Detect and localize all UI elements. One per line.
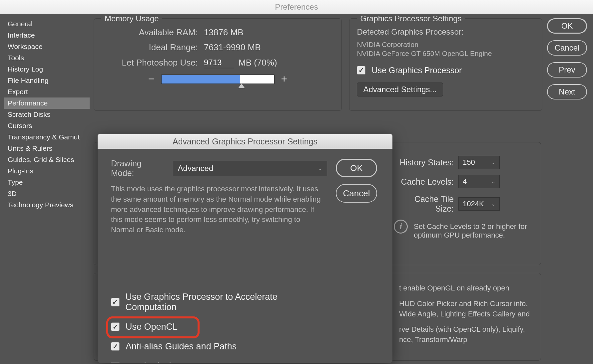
sidebar-item-workspace[interactable]: Workspace xyxy=(4,41,90,52)
sidebar-item-plug-ins[interactable]: Plug-Ins xyxy=(4,165,90,177)
modal-cancel-button[interactable]: Cancel xyxy=(336,184,377,203)
sidebar-item-units-rulers[interactable]: Units & Rulers xyxy=(4,143,90,154)
drawing-mode-select[interactable]: Advanced ⌄ xyxy=(173,161,327,176)
ok-button[interactable]: OK xyxy=(547,18,587,34)
modal-checkbox-1[interactable] xyxy=(111,322,120,331)
let-photoshop-use-label: Let Photoshop Use: xyxy=(101,58,198,68)
chevron-down-icon: ⌄ xyxy=(491,160,495,165)
cache-hint: Set Cache Levels to 2 or higher for opti… xyxy=(414,222,530,240)
cache-tile-select[interactable]: 1024K⌄ xyxy=(458,197,500,211)
modal-checkbox-3 xyxy=(111,362,120,363)
sidebar-item-transparency-gamut[interactable]: Transparency & Gamut xyxy=(4,131,90,143)
sidebar-item-interface[interactable]: Interface xyxy=(4,30,90,41)
sidebar-item-type[interactable]: Type xyxy=(4,177,90,188)
slider-plus-icon[interactable]: + xyxy=(281,73,288,85)
sidebar-item-history-log[interactable]: History Log xyxy=(4,64,90,75)
modal-checkbox-label: Use OpenCL xyxy=(126,322,178,332)
chevron-down-icon: ⌄ xyxy=(491,179,495,184)
next-button[interactable]: Next xyxy=(547,84,587,99)
memory-suffix: MB (70%) xyxy=(239,58,277,68)
sidebar-item-scratch-disks[interactable]: Scratch Disks xyxy=(4,109,90,120)
cache-levels-label: Cache Levels: xyxy=(394,177,454,187)
ideal-range-label: Ideal Range: xyxy=(101,42,198,53)
cache-levels-select[interactable]: 4⌄ xyxy=(458,175,500,188)
drawing-mode-label: Drawing Mode: xyxy=(111,159,167,178)
use-gpu-label: Use Graphics Processor xyxy=(371,66,462,75)
sidebar-item-guides-grid-slices[interactable]: Guides, Grid & Slices xyxy=(4,154,90,165)
info-icon: i xyxy=(394,220,408,234)
cache-tile-label: Cache Tile Size: xyxy=(394,194,454,214)
history-states-select[interactable]: 150⌄ xyxy=(458,156,500,169)
sidebar-item-export[interactable]: Export xyxy=(4,86,90,97)
gpu-settings-panel: Graphics Processor Settings Detected Gra… xyxy=(349,18,542,111)
slider-minus-icon[interactable]: − xyxy=(148,73,155,85)
modal-checkbox-label: Anti-alias Guides and Paths xyxy=(126,341,237,352)
modal-ok-button[interactable]: OK xyxy=(336,159,377,177)
sidebar-item-general[interactable]: General xyxy=(4,18,90,30)
available-ram-label: Available RAM: xyxy=(101,27,198,38)
gpu-vendor: NVIDIA Corporation xyxy=(357,40,535,49)
slider-thumb-icon[interactable] xyxy=(238,84,245,88)
modal-checkbox-2[interactable] xyxy=(111,342,120,351)
sidebar-item-cursors[interactable]: Cursors xyxy=(4,120,90,131)
modal-checkbox-label: Use Graphics Processor to Accelerate Com… xyxy=(126,292,327,312)
gpu-device: NVIDIA GeForce GT 650M OpenGL Engine xyxy=(357,49,535,58)
preferences-sidebar: GeneralInterfaceWorkspaceToolsHistory Lo… xyxy=(4,18,90,364)
sidebar-item-tools[interactable]: Tools xyxy=(4,52,90,64)
chevron-down-icon: ⌄ xyxy=(491,201,495,207)
memory-input[interactable] xyxy=(204,57,234,68)
detected-gpu-value: NVIDIA Corporation NVIDIA GeForce GT 650… xyxy=(357,40,535,58)
prev-button[interactable]: Prev xyxy=(547,62,587,78)
advanced-gpu-modal: Advanced Graphics Processor Settings Dra… xyxy=(98,134,392,363)
sidebar-item-performance[interactable]: Performance xyxy=(4,97,90,109)
window-title: Preferences xyxy=(0,0,593,14)
memory-slider[interactable] xyxy=(161,75,275,84)
chevron-down-icon: ⌄ xyxy=(318,166,322,171)
available-ram-value: 13876 MB xyxy=(204,27,244,38)
panel-title: Graphics Processor Settings xyxy=(357,14,465,23)
memory-usage-panel: Memory Usage Available RAM:13876 MB Idea… xyxy=(94,18,342,111)
modal-checkbox-0[interactable] xyxy=(111,298,120,306)
ideal-range-value: 7631-9990 MB xyxy=(204,42,261,53)
modal-title: Advanced Graphics Processor Settings xyxy=(98,134,392,149)
sidebar-item-3d[interactable]: 3D xyxy=(4,188,90,199)
drawing-mode-description: This mode uses the graphics processor mo… xyxy=(111,184,324,235)
use-gpu-checkbox[interactable] xyxy=(357,66,365,75)
dialog-buttons: OK Cancel Prev Next xyxy=(547,18,587,99)
modal-checkbox-label: 30 Bit Display xyxy=(126,361,181,363)
history-states-label: History States: xyxy=(394,158,454,167)
sidebar-item-file-handling[interactable]: File Handling xyxy=(4,75,90,86)
detected-gpu-label: Detected Graphics Processor: xyxy=(357,27,535,37)
sidebar-item-technology-previews[interactable]: Technology Previews xyxy=(4,199,90,211)
cancel-button[interactable]: Cancel xyxy=(547,40,587,56)
advanced-settings-button[interactable]: Advanced Settings... xyxy=(357,83,443,96)
panel-title: Memory Usage xyxy=(101,14,162,23)
